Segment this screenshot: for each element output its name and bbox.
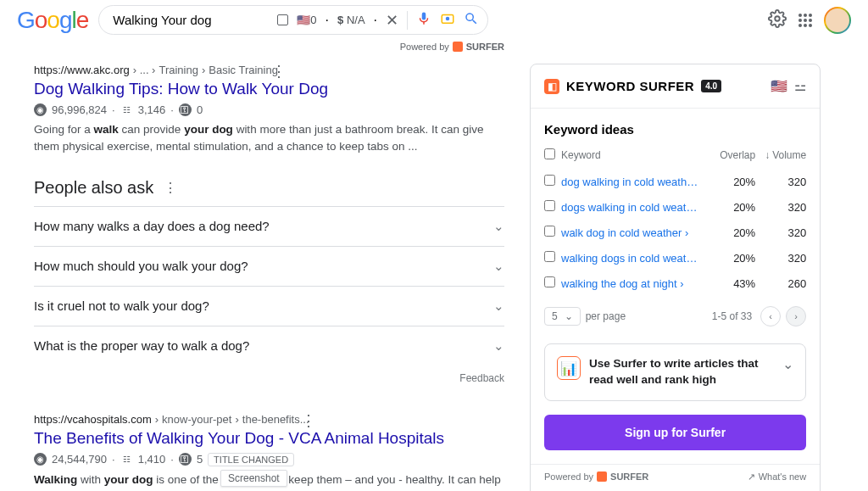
col-overlap[interactable]: Overlap [704, 149, 755, 161]
search-dollar-stat: $ N/A [337, 14, 365, 26]
avatar[interactable] [824, 7, 851, 34]
overlap-value: 43% [704, 277, 755, 290]
key-icon: ⚿ [179, 453, 192, 466]
mic-icon[interactable] [416, 11, 431, 30]
globe-icon: ◉ [34, 453, 47, 466]
row-checkbox[interactable] [544, 226, 555, 237]
result-title-link[interactable]: Dog Walking Tips: How to Walk Your Dog [34, 80, 504, 98]
row-checkbox[interactable] [544, 175, 555, 186]
dot-sep: · [326, 13, 329, 28]
tooltip: Screenshot [220, 470, 287, 487]
paa-question[interactable]: How much should you walk your dog?⌄ [34, 246, 504, 286]
ki-row: walk dog in cold weather › 20% 320 [544, 220, 806, 245]
result-stats: ◉ 24,544,790 · ☷ 1,410 · ⚿ 5 TITLE CHANG… [34, 453, 504, 466]
ki-row: dog walking in cold weath… 20% 320 [544, 169, 806, 194]
ki-pagination: 5⌄ per page 1-5 of 33 ‹ › [544, 296, 806, 330]
ks-menu-icon[interactable]: ⚍ [794, 78, 806, 94]
key-icon: ⚿ [179, 103, 192, 116]
chevron-down-icon: ⌄ [493, 338, 504, 354]
clear-search-icon[interactable]: ✕ [386, 11, 398, 30]
next-page-button[interactable]: › [786, 306, 806, 326]
svg-point-2 [775, 16, 780, 21]
keyword-link[interactable]: dog walking in cold weath… [561, 176, 704, 188]
volume-value: 320 [755, 252, 806, 265]
chevron-down-icon: ⌄ [493, 259, 504, 274]
paa-question[interactable]: How many walks a day does a dog need?⌄ [34, 206, 504, 246]
surfer-logo-icon [453, 42, 463, 52]
ks-title: KEYWORD SURFER [566, 79, 694, 93]
per-page-select[interactable]: 5⌄ [544, 307, 581, 326]
keyword-link[interactable]: dogs walking in cold weat… [561, 201, 704, 214]
search-bar: 🇺🇸 0 · $ N/A · ✕ [98, 5, 488, 35]
search-result: https://www.akc.org › ... › Training › B… [34, 64, 504, 156]
volume-value: 320 [755, 201, 806, 214]
volume-value: 320 [755, 176, 806, 188]
result-menu-icon[interactable]: ⋮ [301, 411, 316, 430]
title-changed-badge: TITLE CHANGED [208, 453, 294, 466]
result-title-link[interactable]: The Benefits of Walking Your Dog - VCA A… [34, 429, 504, 448]
paa-menu-icon[interactable]: ⋮ [164, 180, 177, 196]
ki-row: dogs walking in cold weat… 20% 320 [544, 194, 806, 220]
apps-icon[interactable] [798, 14, 812, 27]
promo-text: Use Surfer to write articles that read w… [589, 356, 774, 388]
overlap-value: 20% [704, 201, 755, 214]
keyword-link[interactable]: walking dogs in cold weat… [561, 252, 704, 265]
gear-icon[interactable] [768, 9, 787, 31]
chevron-down-icon: ⌄ [565, 310, 573, 322]
overlap-value: 20% [704, 176, 755, 188]
result-url-path: https://vcahospitals.com › know-your-pet… [34, 413, 504, 426]
volume-value: 320 [755, 226, 806, 239]
prev-page-button[interactable]: ‹ [760, 306, 781, 326]
people-also-ask: People also ask ⋮ How many walks a day d… [34, 178, 504, 391]
paa-feedback-link[interactable]: Feedback [34, 365, 504, 391]
ks-logo-icon: ◧ [544, 79, 559, 94]
footer-brand: Powered by SURFER [544, 471, 648, 482]
camera-icon[interactable] [440, 11, 455, 30]
per-page-label: per page [586, 310, 626, 322]
chevron-down-icon: ⌄ [493, 219, 504, 234]
globe-icon: ◉ [34, 103, 47, 116]
promo-icon: 📊 [557, 356, 581, 380]
dot-sep: · [374, 13, 377, 28]
chevron-down-icon: ⌄ [493, 299, 504, 314]
volume-value: 260 [755, 277, 806, 290]
search-square-icon[interactable] [277, 14, 288, 25]
paa-question[interactable]: What is the proper way to walk a dog?⌄ [34, 326, 504, 365]
bars-icon: ☷ [120, 453, 133, 466]
surfer-logo-icon [597, 471, 607, 482]
google-logo[interactable]: Google [17, 7, 88, 34]
row-checkbox[interactable] [544, 200, 555, 211]
row-checkbox[interactable] [544, 251, 555, 262]
signup-button[interactable]: Sign up for Surfer [544, 415, 806, 450]
select-all-checkbox[interactable] [544, 148, 555, 159]
bars-icon: ☷ [120, 103, 133, 116]
ks-version-badge: 4.0 [701, 80, 721, 92]
keyword-surfer-panel: ◧ KEYWORD SURFER 4.0 🇺🇸 ⚍ Keyword ideas … [530, 64, 821, 491]
result-stats: ◉ 96,996,824 · ☷ 3,146 · ⚿ 0 [34, 103, 504, 116]
ki-row: walking dogs in cold weat… 20% 320 [544, 245, 806, 271]
search-flag-stat: 🇺🇸 0 [297, 14, 316, 26]
divider [407, 11, 408, 30]
chevron-down-icon: ⌄ [782, 356, 793, 372]
powered-by-label: Powered by SURFER [131, 40, 504, 53]
external-link-icon: ↗ [748, 471, 755, 483]
row-checkbox[interactable] [544, 276, 555, 287]
whats-new-link[interactable]: ↗ What's new [748, 471, 807, 483]
paa-title: People also ask [34, 178, 153, 198]
overlap-value: 20% [704, 226, 755, 239]
result-snippet: Going for a walk can provide your dog wi… [34, 121, 504, 156]
keyword-link[interactable]: walking the dog at night › [561, 277, 704, 290]
search-input[interactable] [109, 9, 277, 31]
us-flag-icon[interactable]: 🇺🇸 [771, 78, 787, 94]
svg-point-1 [446, 16, 450, 20]
paa-question[interactable]: Is it cruel not to walk your dog?⌄ [34, 286, 504, 326]
keyword-link[interactable]: walk dog in cold weather › [561, 226, 704, 239]
page-range: 1-5 of 33 [712, 310, 752, 322]
col-keyword: Keyword [561, 149, 704, 161]
col-volume[interactable]: ↓Volume [755, 149, 806, 161]
search-button-icon[interactable] [464, 11, 479, 30]
surfer-promo[interactable]: 📊 Use Surfer to write articles that read… [544, 343, 806, 401]
overlap-value: 20% [704, 252, 755, 265]
ki-row: walking the dog at night › 43% 260 [544, 271, 806, 296]
result-menu-icon[interactable]: ⋮ [271, 62, 287, 81]
